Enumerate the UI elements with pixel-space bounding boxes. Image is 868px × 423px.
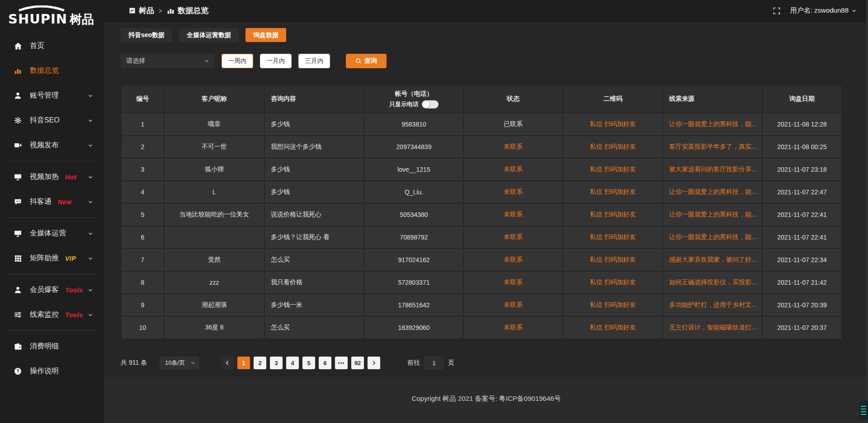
search-button[interactable]: 查询 — [346, 54, 387, 68]
cell-id: 8 — [121, 271, 164, 294]
phone-only-toggle[interactable] — [422, 100, 439, 108]
qr-link[interactable]: 私信 扫码加好友 — [563, 203, 663, 226]
goto-page-input[interactable] — [425, 357, 443, 369]
chevron-down-icon — [190, 360, 196, 366]
qr-link[interactable]: 私信 扫码加好友 — [563, 113, 663, 136]
sidebar-item-4[interactable]: 视频发布 — [0, 133, 104, 158]
fullscreen-icon[interactable] — [773, 7, 780, 14]
sidebar-badge: Tools — [65, 311, 83, 319]
breadcrumb-item[interactable]: 树品 — [129, 5, 154, 16]
page-ellipsis-button[interactable]: ••• — [335, 357, 348, 369]
total-count-label: 共 911 条 — [121, 359, 147, 367]
page-button-6[interactable]: 6 — [319, 357, 331, 369]
source-link[interactable]: 让你一眼就爱上的黑科技，能... — [663, 113, 762, 136]
page-button-4[interactable]: 4 — [286, 357, 299, 369]
user-menu[interactable]: 用户名: zswodun88 — [790, 6, 857, 15]
cell-account: 2097344839 — [364, 136, 463, 158]
sidebar-item-3[interactable]: 抖音SEO — [0, 108, 104, 133]
page-size-select[interactable]: 10条/页 — [160, 357, 199, 369]
sidebar-badge: Hot — [65, 174, 76, 181]
sidebar-item-6[interactable]: 抖客通New — [0, 189, 104, 214]
sidebar-item-10[interactable]: 线索监控Tools — [0, 302, 104, 327]
tab-2[interactable]: 询盘数据 — [245, 28, 286, 42]
chart-bar-icon — [14, 66, 22, 75]
source-link[interactable]: 如何正确选择投影仪，买投影... — [663, 271, 762, 294]
source-link[interactable]: 让你一眼就爱上的黑科技，能... — [663, 226, 762, 249]
scrollbar-track[interactable] — [866, 0, 868, 423]
sidebar-item-8[interactable]: 矩阵助推VIP — [0, 246, 104, 271]
breadcrumb-item[interactable]: 数据总览 — [167, 5, 208, 16]
sidebar-item-9[interactable]: 会员爆客Tools — [0, 277, 104, 302]
qr-link[interactable]: 私信 扫码加好友 — [563, 226, 663, 249]
username-label: 用户名: zswodun88 — [790, 6, 849, 15]
cell-id: 3 — [121, 158, 164, 181]
source-link[interactable]: 感谢大家喜欢我家，被问了好... — [663, 249, 762, 271]
next-page-button[interactable] — [368, 357, 380, 369]
sidebar-item-0[interactable]: 首页 — [0, 33, 104, 58]
cell-content: 我只看价格 — [264, 271, 364, 294]
tab-1[interactable]: 全媒体运营数据 — [179, 28, 239, 42]
qr-link[interactable]: 私信 扫码加好友 — [563, 271, 663, 294]
account-select[interactable]: 请选择 — [121, 54, 215, 68]
qr-link[interactable]: 私信 扫码加好友 — [563, 249, 663, 271]
page-button-2[interactable]: 2 — [254, 357, 266, 369]
side-helper-widget[interactable] — [859, 400, 868, 420]
monitor-icon — [14, 229, 22, 238]
range-button-2[interactable]: 三月内 — [298, 54, 330, 68]
page-button-92[interactable]: 92 — [351, 357, 364, 369]
chevron-down-icon — [88, 174, 93, 180]
cell-content: 多少钱 — [264, 113, 364, 136]
wallet-icon — [14, 342, 22, 351]
qr-link[interactable]: 私信 扫码加好友 — [563, 158, 663, 181]
monitor-icon — [14, 173, 22, 181]
cell-nickname — [164, 226, 264, 249]
column-header: 咨询内容 — [264, 85, 364, 113]
table-body: 1哦章多少钱9583810已联系私信 扫码加好友让你一眼就爱上的黑科技，能...… — [121, 113, 842, 339]
page-button-1[interactable]: 1 — [237, 357, 250, 369]
source-link[interactable]: 被大家追着问的客厅投影分享... — [663, 158, 762, 181]
member-icon — [14, 286, 22, 294]
source-link[interactable]: 多功能护栏灯，适用于乡村文... — [663, 294, 762, 316]
source-link[interactable]: 让你一眼就爱上的黑科技，能... — [663, 203, 762, 226]
source-link[interactable]: 让你一眼就爱上的黑科技，能... — [663, 181, 762, 203]
source-link[interactable]: 无主灯设计，智能磁吸轨道灯... — [663, 316, 762, 339]
range-button-1[interactable]: 一月内 — [260, 54, 292, 68]
sidebar: SHUPIN 树品 首页数据总览账号管理抖音SEO视频发布视频加热Hot抖客通N… — [0, 0, 104, 423]
tab-0[interactable]: 抖音seo数据 — [121, 28, 172, 42]
cell-content: 多少钱一米 — [264, 294, 364, 316]
breadcrumb-separator: > — [159, 7, 162, 14]
sidebar-item-7[interactable]: 全媒体运营 — [0, 221, 104, 246]
sidebar-item-12[interactable]: ?操作说明 — [0, 359, 104, 384]
qr-link[interactable]: 私信 扫码加好友 — [563, 316, 663, 339]
qr-link[interactable]: 私信 扫码加好友 — [563, 181, 663, 203]
sidebar-item-5[interactable]: 视频加热Hot — [0, 164, 104, 189]
page-button-5[interactable]: 5 — [302, 357, 315, 369]
home-icon — [14, 42, 22, 50]
qr-link[interactable]: 私信 扫码加好友 — [563, 136, 663, 158]
cell-id: 9 — [121, 294, 164, 316]
cell-account: 178651642 — [364, 294, 463, 316]
cell-date: 2021-11-07 22:41 — [762, 226, 842, 249]
qr-link[interactable]: 私信 扫码加好友 — [563, 294, 663, 316]
sidebar-item-1[interactable]: 数据总览 — [0, 58, 104, 83]
source-link[interactable]: 客厅安装投影半年多了，真实... — [663, 136, 762, 158]
sidebar-item-label: 消费明细 — [30, 342, 59, 351]
table-row: 3狐小狸多少钱love__1215未联系私信 扫码加好友被大家追着问的客厅投影分… — [121, 158, 842, 181]
sidebar-item-2[interactable]: 账号管理 — [0, 83, 104, 108]
range-button-0[interactable]: 一周内 — [222, 54, 253, 68]
sidebar-item-label: 视频加热 — [30, 172, 59, 182]
content: 抖音seo数据全媒体运营数据询盘数据 请选择 一周内一月内三月内 查询 编号客户… — [104, 22, 868, 376]
cell-date: 2021-11-07 22:34 — [762, 249, 842, 271]
sidebar-item-label: 抖音SEO — [30, 116, 60, 125]
sidebar-item-label: 首页 — [30, 41, 44, 51]
prev-page-button[interactable] — [221, 357, 234, 369]
chevron-down-icon — [204, 58, 209, 64]
cell-account: 917024162 — [364, 249, 463, 271]
cell-content: 多少钱？让我死心 看 — [264, 226, 364, 249]
table-row: 1036度 8怎么买183929060未联系私信 扫码加好友无主灯设计，智能磁吸… — [121, 316, 842, 339]
page-button-3[interactable]: 3 — [270, 357, 283, 369]
sidebar-item-11[interactable]: 消费明细 — [0, 334, 104, 359]
cell-id: 4 — [121, 181, 164, 203]
brand-logo[interactable]: SHUPIN 树品 — [0, 0, 104, 31]
cell-nickname: 觉然 — [164, 249, 264, 271]
